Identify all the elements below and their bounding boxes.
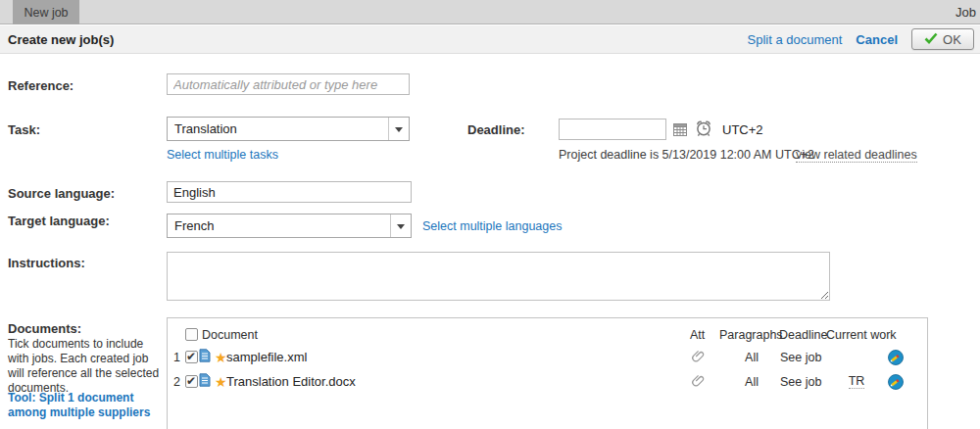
task-label: Task:	[8, 122, 40, 137]
target-language-value: French	[168, 218, 390, 233]
star-icon[interactable]: ★	[215, 351, 227, 364]
create-job-panel: New job Job Create new job(s) Split a do…	[0, 0, 980, 429]
task-dropdown-button[interactable]	[388, 118, 409, 140]
view-related-deadlines-link[interactable]: view related deadlines	[796, 148, 917, 163]
document-icon	[199, 349, 211, 365]
paragraphs-value: All	[721, 369, 782, 394]
instructions-label: Instructions:	[8, 256, 85, 270]
documents-help-text: Tick documents to include with jobs. Eac…	[8, 337, 165, 396]
table-row: 1 ★ samplefile.xml All See job	[168, 345, 927, 369]
page-title: Create new job(s)	[0, 32, 114, 47]
column-header-document: Document	[202, 322, 258, 347]
column-header-deadline: Deadline	[779, 322, 827, 347]
document-name[interactable]: Translation Editor.docx	[226, 369, 356, 394]
deadline-value: See job	[780, 345, 821, 369]
edit-icon[interactable]	[888, 369, 904, 394]
source-language-input[interactable]	[167, 181, 412, 203]
table-row: 2 ★ Translation Editor.docx All See job …	[168, 369, 927, 394]
task-dropdown-value: Translation	[168, 121, 388, 136]
documents-label: Documents:	[8, 321, 81, 336]
timezone-label: UTC+2	[722, 122, 763, 137]
documents-table-header: Document Att Paragraphs Deadline Current…	[168, 322, 927, 347]
cancel-button[interactable]: Cancel	[856, 32, 898, 47]
document-icon	[199, 373, 211, 390]
column-header-att: Att	[690, 322, 705, 347]
star-icon[interactable]: ★	[215, 375, 227, 389]
select-multiple-languages-link[interactable]: Select multiple languages	[422, 219, 562, 233]
column-header-current-work: Current work	[826, 322, 897, 347]
row-number: 2	[173, 369, 180, 394]
chevron-down-icon	[395, 127, 403, 136]
calendar-icon[interactable]	[672, 121, 688, 137]
job-panel-label: Job	[956, 0, 976, 24]
chevron-down-icon	[397, 224, 405, 233]
column-header-paragraphs: Paragraphs	[719, 322, 783, 347]
document-checkbox[interactable]	[185, 375, 198, 388]
document-name[interactable]: samplefile.xml	[226, 345, 307, 369]
select-multiple-tasks-link[interactable]: Select multiple tasks	[167, 148, 278, 162]
select-all-checkbox[interactable]	[185, 328, 198, 341]
paperclip-icon[interactable]	[692, 345, 707, 369]
row-number: 1	[173, 345, 180, 369]
project-deadline-note: Project deadline is 5/13/2019 12:00 AM U…	[559, 148, 814, 162]
document-checkbox[interactable]	[185, 351, 198, 363]
reference-label: Reference:	[8, 78, 74, 93]
paperclip-icon[interactable]	[692, 369, 707, 394]
panel-header: Create new job(s) Split a document Cance…	[0, 25, 980, 54]
edit-icon[interactable]	[888, 345, 904, 369]
source-language-label: Source language:	[8, 186, 115, 201]
target-language-dropdown-button[interactable]	[390, 214, 411, 237]
deadline-label: Deadline:	[467, 122, 525, 137]
reference-input[interactable]	[167, 73, 410, 95]
current-work-value[interactable]: TR	[849, 374, 865, 389]
instructions-textarea[interactable]	[167, 252, 830, 301]
task-dropdown[interactable]: Translation	[167, 117, 410, 141]
tab-new-job[interactable]: New job	[13, 0, 79, 24]
deadline-input[interactable]	[559, 119, 666, 140]
split-document-link[interactable]: Split a document	[748, 32, 843, 47]
split-document-tool-link[interactable]: Tool: Split 1 document among multiple su…	[8, 391, 167, 420]
clock-icon[interactable]	[695, 119, 712, 137]
paragraphs-value: All	[721, 345, 782, 369]
documents-table: Document Att Paragraphs Deadline Current…	[167, 317, 928, 429]
target-language-dropdown[interactable]: French	[167, 214, 412, 238]
ok-button[interactable]: OK	[911, 28, 974, 50]
header-actions: Split a document Cancel OK	[748, 28, 980, 50]
check-icon	[924, 32, 938, 47]
target-language-label: Target language:	[8, 214, 110, 228]
ok-button-label: OK	[943, 32, 961, 47]
deadline-value: See job	[780, 369, 821, 394]
tab-bar: New job Job	[0, 0, 980, 24]
